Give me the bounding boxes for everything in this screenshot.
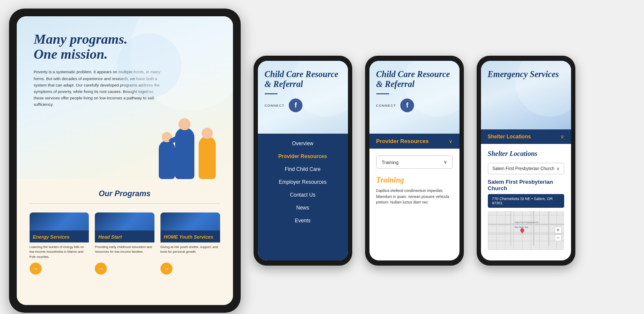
arrow-icon: → xyxy=(163,265,169,272)
emergency-header: Emergency Services xyxy=(481,61,571,129)
shelter-content: Shelter Locations Salem First Presbyteri… xyxy=(481,144,571,260)
phone-header-2: Child Care Resource & Referral CONNECT f xyxy=(369,61,460,134)
chevron-down-icon: ∨ xyxy=(449,138,453,144)
phone-device-1: Child Care Resource & Referral CONNECT f… xyxy=(254,56,352,266)
phone-connect-row-1: CONNECT f xyxy=(265,99,341,112)
nav-events[interactable]: Events xyxy=(258,214,348,227)
program-btn-headstart[interactable]: → xyxy=(95,263,107,275)
tablet-programs-section: Our Programs Energy Services Lowering th… xyxy=(17,179,233,305)
figure-center xyxy=(175,128,194,179)
zoom-out-button[interactable]: − xyxy=(555,234,562,241)
program-card-image-headstart: Head Start xyxy=(95,212,154,242)
phone-divider-2 xyxy=(376,93,389,94)
emergency-title: Emergency Services xyxy=(488,69,564,79)
nav-news[interactable]: News xyxy=(258,201,348,214)
chevron-down-icon-small-2: ∨ xyxy=(556,166,559,171)
facebook-icon-1[interactable]: f xyxy=(289,99,302,112)
chevron-down-icon-small: ∨ xyxy=(444,159,447,165)
training-description: Dapibus eleifend condimentum imperdiet, … xyxy=(376,188,453,206)
nav-overview[interactable]: Overview xyxy=(258,137,348,150)
provider-resources-dropdown[interactable]: Provider Resources ∨ xyxy=(369,134,460,149)
chevron-down-icon-shelter: ∨ xyxy=(560,134,564,140)
phone-divider-1 xyxy=(265,93,278,94)
map-zoom-controls: + − xyxy=(555,227,562,241)
svg-marker-8 xyxy=(520,230,523,234)
phone-title-2: Child Care Resource & Referral xyxy=(376,69,453,89)
phone-screen-3: Emergency Services Shelter Locations ∨ S… xyxy=(481,61,571,260)
figure-left xyxy=(159,141,175,179)
program-card-home-youth: HOME Youth Services Giving at-risk youth… xyxy=(160,212,220,275)
tablet-screen: Many programs. One mission. Poverty is a… xyxy=(17,16,233,305)
shelter-location-title: Salem First Presbyterian Church xyxy=(488,179,564,191)
phone-content-2: Training ∨ Training Dapibus eleifend con… xyxy=(369,149,460,260)
program-btn-energy[interactable]: → xyxy=(30,263,42,275)
shelter-sub-dropdown[interactable]: Salem First Presbyterian Church ∨ xyxy=(488,163,564,174)
phone-header-1: Child Care Resource & Referral CONNECT f xyxy=(258,61,348,134)
arrow-icon: → xyxy=(33,265,39,272)
nav-provider-resources[interactable]: Provider Resources xyxy=(258,150,348,163)
programs-grid: Energy Services Lowering the burden of e… xyxy=(30,212,220,275)
svg-text:View larger map: View larger map xyxy=(514,226,529,228)
shelter-locations-label: Shelter Locations xyxy=(488,134,531,140)
program-card-image-energy: Energy Services xyxy=(30,212,89,242)
nav-employer-resources[interactable]: Employer Resources xyxy=(258,176,348,188)
illustration xyxy=(139,93,224,179)
tablet-hero-section: Many programs. One mission. Poverty is a… xyxy=(17,16,233,179)
nav-find-child-care[interactable]: Find Child Care xyxy=(258,163,348,176)
phone-screen-1: Child Care Resource & Referral CONNECT f… xyxy=(258,61,348,260)
phone-device-3: Emergency Services Shelter Locations ∨ S… xyxy=(477,56,575,266)
program-desc-headstart: Providing early childhood education and … xyxy=(95,245,154,259)
program-desc-energy: Lowering the burden of energy bills on l… xyxy=(30,245,89,259)
program-card-image-home-youth: HOME Youth Services xyxy=(160,212,220,242)
map-roads-svg: Salem First Presbyterian Ch... View larg… xyxy=(488,211,564,245)
phone-screen-2: Child Care Resource & Referral CONNECT f… xyxy=(369,61,460,260)
program-desc-home-youth: Giving at-risk youth shelter, support, a… xyxy=(160,245,220,259)
program-card-label-home-youth: HOME Youth Services xyxy=(160,230,220,242)
phone-connect-row-2: CONNECT f xyxy=(376,99,453,112)
figure-right xyxy=(199,136,216,179)
svg-text:Salem First Presbyterian Ch...: Salem First Presbyterian Ch... xyxy=(514,221,540,224)
nav-contact-us[interactable]: Contact Us xyxy=(258,188,348,201)
zoom-in-button[interactable]: + xyxy=(555,227,562,233)
provider-resources-label: Provider Resources xyxy=(376,138,429,144)
program-card-label-headstart: Head Start xyxy=(95,230,154,242)
connect-label-2: CONNECT xyxy=(376,104,396,108)
shelter-section-title: Shelter Locations xyxy=(488,150,564,158)
shelter-dropdown-bar[interactable]: Shelter Locations ∨ xyxy=(481,129,571,144)
facebook-icon-2[interactable]: f xyxy=(400,99,414,112)
phone-device-2: Child Care Resource & Referral CONNECT f… xyxy=(365,56,464,266)
scene: Many programs. One mission. Poverty is a… xyxy=(9,9,635,313)
shelter-address: 770 Chemeketa St NE • Salem, OR 97301 xyxy=(488,194,564,208)
phone-nav-1: Overview Provider Resources Find Child C… xyxy=(258,134,348,260)
programs-title: Our Programs xyxy=(30,189,220,198)
map-placeholder: Salem First Presbyterian Ch... View larg… xyxy=(488,211,564,250)
program-btn-home-youth[interactable]: → xyxy=(160,263,172,275)
deco-circle-med xyxy=(117,33,181,98)
program-card-headstart: Head Start Providing early childhood edu… xyxy=(95,212,154,275)
training-title: Training xyxy=(376,176,453,185)
programs-divider xyxy=(30,203,220,204)
connect-label-1: CONNECT xyxy=(265,104,285,108)
arrow-icon: → xyxy=(98,265,104,272)
tablet-device: Many programs. One mission. Poverty is a… xyxy=(9,9,241,313)
program-card-label-energy: Energy Services xyxy=(30,230,89,242)
phone-title-1: Child Care Resource & Referral xyxy=(265,69,341,89)
training-dropdown[interactable]: Training ∨ xyxy=(376,156,453,169)
program-card-energy: Energy Services Lowering the burden of e… xyxy=(30,212,89,275)
